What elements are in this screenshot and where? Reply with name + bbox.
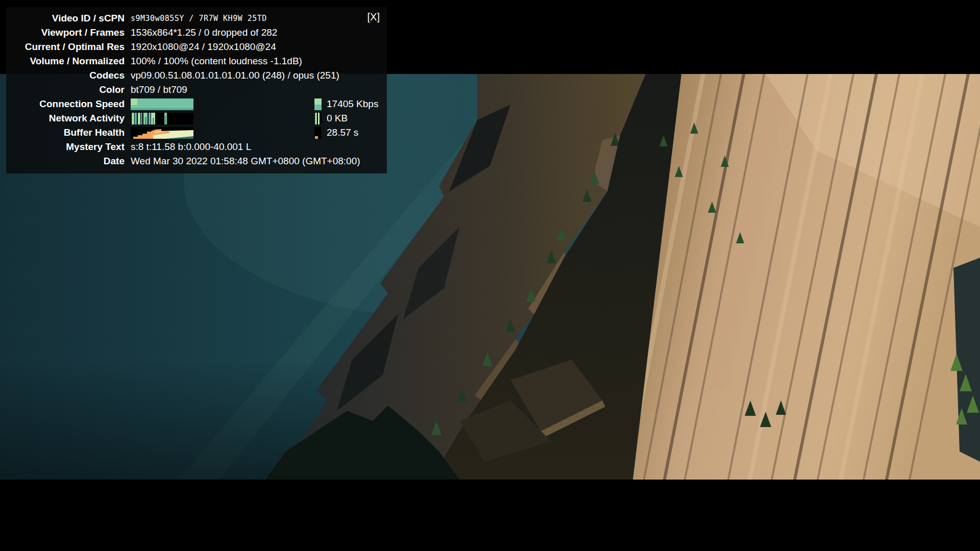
row-value: 100% / 100% (content loudness -1.1dB) (131, 54, 302, 68)
network-activity-graph (131, 113, 193, 124)
row-label: Current / Optimal Res (6, 40, 125, 54)
stats-row-viewport: Viewport / Frames 1536x864*1.25 / 0 drop… (6, 26, 387, 40)
network-activity-icon (314, 113, 322, 124)
row-label: Buffer Health (6, 126, 125, 140)
row-label: Color (6, 83, 125, 97)
row-value: s:8 t:11.58 b:0.000-40.001 L (131, 140, 251, 154)
row-label: Volume / Normalized (6, 54, 125, 68)
stats-row-buffer-health: Buffer Health 28.57 s (6, 126, 387, 140)
stats-row-connection-speed: Connection Speed 17405 Kbps (6, 97, 387, 111)
row-label: Video ID / sCPN (6, 11, 125, 26)
row-label: Codecs (6, 68, 125, 83)
stats-row-color: Color bt709 / bt709 (6, 83, 387, 97)
stats-for-nerds-panel: [X] Video ID / sCPN s9M30w085SY / 7R7W K… (6, 7, 387, 173)
stats-row-codecs: Codecs vp09.00.51.08.01.01.01.01.00 (248… (6, 68, 387, 83)
row-value: vp09.00.51.08.01.01.01.01.00 (248) / opu… (131, 68, 339, 83)
stats-row-resolution: Current / Optimal Res 980x551@24 / 192… (6, 40, 387, 54)
row-value: 0 KB (327, 111, 348, 126)
row-value: 980x551@24 / 980x551@24 (131, 40, 276, 54)
row-label: Viewport / Frames (6, 26, 125, 40)
stats-row-date: Date Wed Mar 30 2022 01:58:48 GMT+0800 (… (6, 154, 387, 168)
row-value: s9M30w085SY / 7R7W KH9W 25TD (131, 11, 267, 26)
row-label: Date (6, 154, 125, 168)
row-label: Mystery Text (6, 140, 125, 154)
row-value: bt709 / bt709 (131, 83, 187, 97)
row-label: Connection Speed (6, 97, 125, 111)
close-button[interactable]: [X] (365, 10, 382, 24)
stats-row-volume: Volume / Normalized 100% / 100% (content… (6, 54, 387, 68)
connection-speed-icon (314, 98, 322, 110)
stats-row-network-activity: Network Activity (6, 111, 387, 126)
stats-row-video-id: Video ID / sCPN s9M30w085SY / 7R7W KH9W … (6, 11, 387, 26)
stats-row-mystery-text: Mystery Text s:8 t:11.58 b:0.000-40.001 … (6, 140, 387, 154)
buffer-health-icon (314, 127, 322, 139)
row-value: 1536x864*1.25 / 0 dropped of 282 (131, 26, 277, 40)
connection-speed-graph (131, 98, 193, 110)
buffer-health-graph (131, 127, 193, 139)
row-value: 17405 Kbps (327, 97, 378, 111)
row-label: Network Activity (6, 111, 125, 126)
row-value: 28.57 s (327, 126, 358, 140)
player-stage: [X] Video ID / sCPN s9M30w085SY / 7R7W K… (0, 0, 980, 551)
row-value: Wed Mar 30 2022 01:58:48 GMT+0800 (GMT+0… (131, 154, 360, 168)
